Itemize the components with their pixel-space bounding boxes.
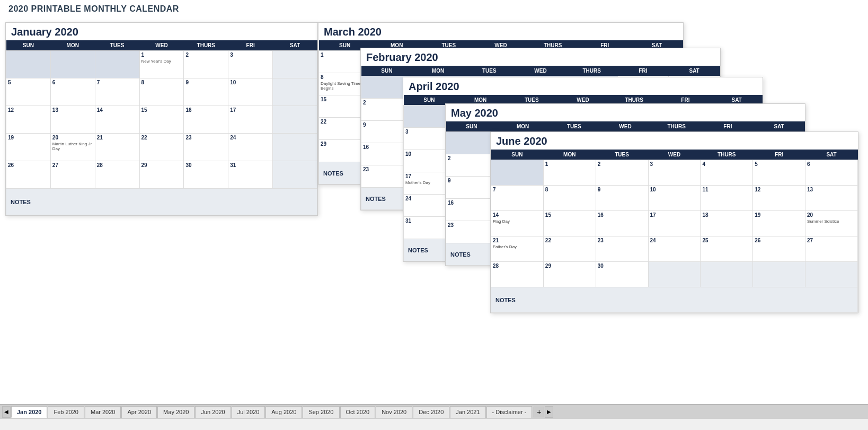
day-cell: 29 xyxy=(543,262,596,287)
notes-label: NOTES xyxy=(491,287,858,313)
day-cell xyxy=(273,106,317,134)
day-cell: 23 xyxy=(446,221,498,243)
day-cell xyxy=(273,78,317,106)
col-sun: SUN xyxy=(446,121,498,132)
tab-scroll-left[interactable]: ◀ xyxy=(2,406,11,418)
day-cell: 8 xyxy=(139,78,184,106)
table-row: 14Flag Day 15 16 17 18 19 20Summer Solst… xyxy=(491,211,858,236)
tab-bar: ◀ Jan 2020 Feb 2020 Mar 2020 Apr 2020 Ma… xyxy=(0,404,868,419)
tab-add-button[interactable]: + xyxy=(534,407,544,417)
day-cell: 2 xyxy=(184,51,228,78)
january-title: January 2020 xyxy=(6,23,317,40)
day-cell: 16 xyxy=(184,106,228,134)
col-thu: THURS xyxy=(566,66,617,76)
day-cell: 28 xyxy=(491,262,544,287)
tab-dec-2020[interactable]: Dec 2020 xyxy=(413,406,449,418)
day-cell: 14 xyxy=(95,106,139,134)
tab-mar-2020[interactable]: Mar 2020 xyxy=(85,406,121,418)
june-table: SUN MON TUES WED THURS FRI SAT 1 2 3 4 5 xyxy=(491,150,858,313)
day-cell: 21 xyxy=(95,134,139,161)
march-title: March 2020 xyxy=(318,23,683,40)
tab-jan-2021[interactable]: Jan 2021 xyxy=(450,406,485,418)
day-cell xyxy=(491,160,544,186)
day-cell: 28 xyxy=(95,161,139,189)
day-cell: 9 xyxy=(596,186,648,211)
table-row: 28 29 30 xyxy=(491,262,858,287)
day-cell: 3 xyxy=(648,160,701,186)
tab-feb-2020[interactable]: Feb 2020 xyxy=(48,406,84,418)
day-cell xyxy=(6,51,51,78)
tab-scroll-right[interactable]: ▶ xyxy=(545,406,553,418)
day-cell: 16 xyxy=(596,211,648,236)
day-cell: 14Flag Day xyxy=(491,211,544,236)
day-cell: 27 xyxy=(805,236,858,262)
notes-row: NOTES xyxy=(6,189,317,215)
col-wed: WED xyxy=(648,150,701,160)
tab-jul-2020[interactable]: Jul 2020 xyxy=(232,406,265,418)
col-tue: TUES xyxy=(596,150,648,160)
tab-may-2020[interactable]: May 2020 xyxy=(157,406,194,418)
day-cell: 3 xyxy=(228,51,273,78)
tab-disclaimer[interactable]: - Disclaimer - xyxy=(486,406,533,418)
col-sat: SAT xyxy=(273,40,317,51)
day-cell: 30 xyxy=(596,262,648,287)
col-sat: SAT xyxy=(669,66,720,76)
day-cell: 2 xyxy=(596,160,648,186)
day-cell: 26 xyxy=(753,236,805,262)
col-mon: MON xyxy=(543,150,596,160)
day-cell: 20Martin Luther King Jr Day xyxy=(50,134,95,161)
col-tue: TUES xyxy=(464,66,515,76)
day-cell: 23 xyxy=(184,134,228,161)
col-fri: FRI xyxy=(702,121,754,132)
day-cell xyxy=(805,262,858,287)
day-cell: 15 xyxy=(543,211,596,236)
day-cell: 26 xyxy=(6,161,51,189)
col-thu: THURS xyxy=(651,121,702,132)
day-cell xyxy=(753,262,805,287)
day-cell: 25 xyxy=(701,236,753,262)
day-cell xyxy=(273,51,317,78)
day-cell: 13 xyxy=(50,106,95,134)
main-area: 2020 PRINTABLE MONTHLY CALENDAR January … xyxy=(0,0,868,404)
tab-apr-2020[interactable]: Apr 2020 xyxy=(121,406,157,418)
day-cell: 12 xyxy=(6,106,51,134)
day-cell: 7 xyxy=(491,186,544,211)
table-row: 1New Year's Day 2 3 xyxy=(6,51,317,78)
col-fri: FRI xyxy=(228,40,273,51)
day-cell xyxy=(273,161,317,189)
day-cell: 24 xyxy=(228,134,273,161)
day-cell: 31 xyxy=(228,161,273,189)
tab-jan-2020[interactable]: Jan 2020 xyxy=(11,406,47,418)
day-cell: 1 xyxy=(543,160,596,186)
june-calendar: June 2020 SUN MON TUES WED THURS FRI SAT… xyxy=(490,131,858,313)
col-mon: MON xyxy=(412,66,464,76)
day-cell: 10 xyxy=(648,186,701,211)
day-cell: 18 xyxy=(701,211,753,236)
day-cell: 17 xyxy=(228,106,273,134)
day-cell: 5 xyxy=(753,160,805,186)
day-cell: 2 xyxy=(446,154,498,177)
day-cell: 27 xyxy=(50,161,95,189)
day-cell: 22 xyxy=(139,134,184,161)
col-mon: MON xyxy=(497,121,548,132)
page-title: 2020 PRINTABLE MONTHLY CALENDAR xyxy=(0,0,868,16)
day-cell: 4 xyxy=(701,160,753,186)
col-mon: MON xyxy=(50,40,95,51)
col-fri: FRI xyxy=(753,150,805,160)
col-wed: WED xyxy=(139,40,184,51)
table-row: 1 2 3 4 5 6 xyxy=(491,160,858,186)
day-cell: 5 xyxy=(6,78,51,106)
tab-sep-2020[interactable]: Sep 2020 xyxy=(303,406,339,418)
col-fri: FRI xyxy=(617,66,669,76)
col-tue: TUES xyxy=(548,121,600,132)
tab-aug-2020[interactable]: Aug 2020 xyxy=(265,406,302,418)
tab-nov-2020[interactable]: Nov 2020 xyxy=(376,406,412,418)
day-cell: 6 xyxy=(50,78,95,106)
day-cell: 24 xyxy=(648,236,701,262)
col-sun: SUN xyxy=(361,66,413,76)
tab-oct-2020[interactable]: Oct 2020 xyxy=(340,406,376,418)
january-calendar: January 2020 SUN MON TUES WED THURS FRI … xyxy=(5,22,318,216)
day-cell: 21Father's Day xyxy=(491,236,544,262)
day-cell xyxy=(648,262,701,287)
tab-jun-2020[interactable]: Jun 2020 xyxy=(195,406,231,418)
